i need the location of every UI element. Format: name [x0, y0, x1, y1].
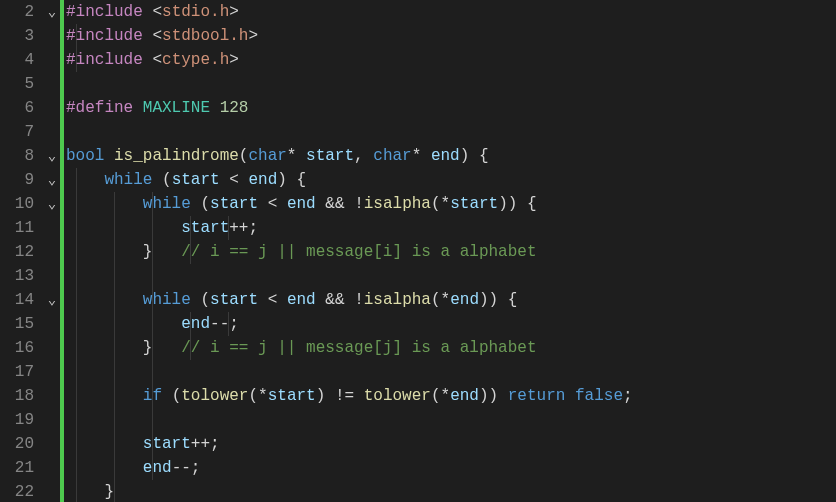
fold-chevron-icon[interactable] — [44, 0, 60, 24]
code-line[interactable] — [66, 72, 836, 96]
token-punct: < — [152, 3, 162, 21]
line-number: 20 — [0, 432, 34, 456]
token-default — [66, 195, 143, 213]
token-func: isalpha — [364, 291, 431, 309]
fold-empty — [44, 48, 60, 72]
token-op: ! — [354, 291, 364, 309]
token-punct: ( — [431, 291, 441, 309]
token-punct: ; — [191, 459, 201, 477]
code-line[interactable]: #include <stdbool.h> — [66, 24, 836, 48]
token-punct: > — [229, 3, 239, 21]
token-param: start — [210, 195, 258, 213]
indent-guide — [76, 264, 77, 288]
code-line[interactable]: end--; — [66, 456, 836, 480]
fold-empty — [44, 480, 60, 502]
code-area[interactable]: #include <stdio.h>#include <stdbool.h>#i… — [64, 0, 836, 502]
fold-empty — [44, 72, 60, 96]
code-line[interactable]: start++; — [66, 432, 836, 456]
code-line[interactable]: #define MAXLINE 128 — [66, 96, 836, 120]
fold-empty — [44, 456, 60, 480]
token-op: ! — [354, 195, 364, 213]
token-op: ++ — [229, 219, 248, 237]
token-type: char — [248, 147, 286, 165]
token-punct: ( — [172, 387, 182, 405]
token-macro: MAXLINE — [143, 99, 210, 117]
token-op: < — [268, 195, 278, 213]
token-const: false — [575, 387, 623, 405]
code-line[interactable]: if (tolower(*start) != tolower(*end)) re… — [66, 384, 836, 408]
code-line[interactable]: end--; — [66, 312, 836, 336]
line-number: 18 — [0, 384, 34, 408]
code-line[interactable]: bool is_palindrome(char* start, char* en… — [66, 144, 836, 168]
fold-chevron-icon[interactable] — [44, 168, 60, 192]
token-default — [258, 291, 268, 309]
fold-empty — [44, 336, 60, 360]
fold-chevron-icon[interactable] — [44, 144, 60, 168]
token-func: tolower — [181, 387, 248, 405]
line-number: 8 — [0, 144, 34, 168]
fold-chevron-icon[interactable] — [44, 288, 60, 312]
code-line[interactable] — [66, 408, 836, 432]
token-param: start — [268, 387, 316, 405]
token-func: tolower — [364, 387, 431, 405]
token-type: char — [373, 147, 411, 165]
token-punct: )) { — [479, 291, 517, 309]
token-punct: > — [248, 27, 258, 45]
code-line[interactable]: while (start < end && !isalpha(*end)) { — [66, 288, 836, 312]
token-default — [345, 291, 355, 309]
code-line[interactable]: start++; — [66, 216, 836, 240]
token-param: end — [450, 387, 479, 405]
fold-empty — [44, 240, 60, 264]
line-number: 7 — [0, 120, 34, 144]
token-keyword: while — [143, 195, 191, 213]
code-line[interactable]: while (start < end && !isalpha(*start)) … — [66, 192, 836, 216]
line-number: 11 — [0, 216, 34, 240]
token-punct: ( — [431, 195, 441, 213]
token-punct: ( — [431, 387, 441, 405]
token-op: -- — [172, 459, 191, 477]
code-line[interactable]: #include <ctype.h> — [66, 48, 836, 72]
code-line[interactable]: } — [66, 480, 836, 502]
token-punct: ( — [239, 147, 249, 165]
line-number: 10 — [0, 192, 34, 216]
code-line[interactable]: } // i == j || message[j] is a alphabet — [66, 336, 836, 360]
token-keyword: return — [508, 387, 566, 405]
fold-empty — [44, 96, 60, 120]
line-number: 14 — [0, 288, 34, 312]
indent-guide — [114, 264, 115, 288]
token-keyword: while — [104, 171, 152, 189]
token-param: end — [181, 315, 210, 333]
token-punct: ( — [200, 195, 210, 213]
token-param: end — [248, 171, 277, 189]
token-default — [277, 195, 287, 213]
token-punct: > — [229, 51, 239, 69]
code-line[interactable]: } // i == j || message[i] is a alphabet — [66, 240, 836, 264]
token-op: * — [287, 147, 306, 165]
token-preproc: #define — [66, 99, 143, 117]
line-number: 5 — [0, 72, 34, 96]
code-line[interactable] — [66, 120, 836, 144]
token-string: stdio.h — [162, 3, 229, 21]
token-param: end — [143, 459, 172, 477]
token-op: != — [335, 387, 354, 405]
token-default — [220, 171, 230, 189]
token-default — [316, 291, 326, 309]
code-editor[interactable]: 2345678910111213141516171819202122 #incl… — [0, 0, 836, 502]
token-param: end — [287, 291, 316, 309]
code-line[interactable]: #include <stdio.h> — [66, 0, 836, 24]
token-op: < — [229, 171, 239, 189]
token-op: && — [325, 195, 344, 213]
token-default — [66, 483, 104, 501]
token-punct: )) — [479, 387, 508, 405]
code-line[interactable] — [66, 264, 836, 288]
token-default — [66, 435, 143, 453]
token-default — [210, 99, 220, 117]
token-punct: ; — [229, 315, 239, 333]
code-line[interactable]: while (start < end) { — [66, 168, 836, 192]
fold-chevron-icon[interactable] — [44, 192, 60, 216]
fold-gutter[interactable] — [44, 0, 60, 502]
token-op: ++ — [191, 435, 210, 453]
code-line[interactable] — [66, 360, 836, 384]
token-punct: < — [152, 51, 162, 69]
token-punct: ( — [248, 387, 258, 405]
